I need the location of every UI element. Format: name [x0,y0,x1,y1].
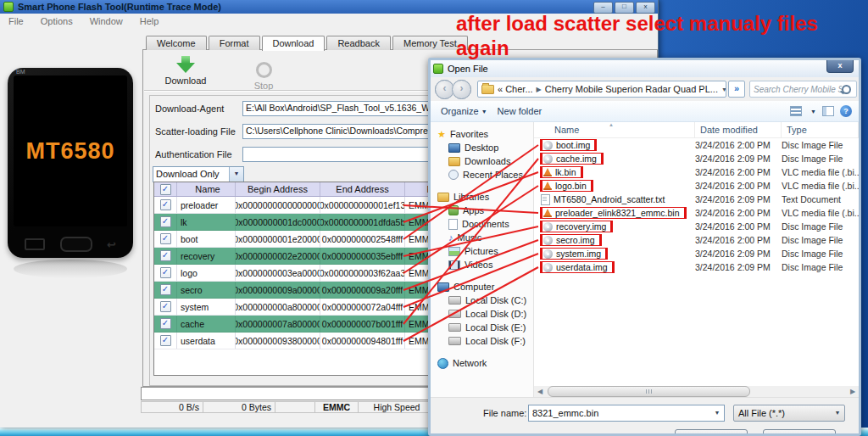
views-caret-icon[interactable]: ▼ [810,109,816,115]
file-row[interactable]: cache.img3/24/2016 2:09 PMDisc Image Fil… [534,152,859,165]
sidebar-item-local-disk-c-[interactable]: Local Disk (C:) [431,293,533,307]
mode-dropdown[interactable]: Download Only ▼ [153,166,244,182]
open-button[interactable] [675,429,748,436]
file-name-label: File name: [483,408,526,418]
dialog-close-button[interactable]: x [826,59,854,73]
sidebar-item-local-disk-f-[interactable]: Local Disk (F:) [431,334,533,348]
breadcrumb-separator-icon: ▶ [537,86,542,93]
doc-icon [448,219,458,230]
horizontal-scrollbar[interactable]: ◀ ▶ [534,386,859,397]
scroll-right-icon[interactable]: ▶ [847,386,859,397]
column-date-modified[interactable]: Date modified [695,122,782,137]
sidebar-item-recent-places[interactable]: Recent Places [431,168,533,182]
status-cell-1: 0 Bytes [203,401,275,413]
vlc-file-icon [543,182,552,190]
views-icon[interactable] [790,106,802,116]
forward-button[interactable]: › [452,80,471,99]
menu-options[interactable]: Options [32,15,81,27]
menu-file[interactable]: File [0,15,32,27]
menu-help[interactable]: Help [131,15,168,27]
recent-icon [448,170,459,180]
scrollbar-thumb[interactable] [548,386,750,397]
command-bar: Organize ▼ New folder ▼ ? [431,101,859,122]
row-checkbox[interactable]: ✓ [160,318,171,329]
sidebar-item-local-disk-d-[interactable]: Local Disk (D:) [431,307,533,321]
breadcrumb-folder[interactable]: Cherry Mobile Superion Radar Quad PL... [545,84,718,94]
disc-file-icon [543,154,553,164]
file-name-input[interactable]: 8321_emmc.bin ▼ [528,405,725,422]
header-end-address: End Address [320,182,405,196]
tab-welcome[interactable]: Welcome [146,36,207,50]
file-type-dropdown[interactable]: All File (*.*) ▼ [733,405,845,422]
sort-caret-icon: ▲ [609,122,614,127]
organize-caret-icon: ▼ [481,109,487,115]
row-checkbox[interactable]: ✓ [160,267,171,278]
dialog-title-bar: Open File x [431,60,859,77]
sidebar-item-documents[interactable]: Documents [431,217,533,231]
sidebar-item-music[interactable]: ♪Music [431,231,533,244]
column-type[interactable]: Type [782,122,859,137]
dropdown-arrow-icon[interactable]: ▼ [229,167,243,182]
sidebar-item-network[interactable]: Network [431,356,533,370]
menu-window[interactable]: Window [81,15,131,27]
breadcrumb-dropdown-icon[interactable]: ▼ [718,87,726,92]
sidebar-item-apps[interactable]: Apps [431,204,533,217]
stop-button[interactable]: Stop [238,55,289,91]
vlc-file-icon [543,209,552,217]
tab-readback[interactable]: Readback [326,36,391,50]
cancel-button[interactable] [763,429,836,436]
sidebar-item-local-disk-e-[interactable]: Local Disk (E:) [431,321,533,334]
row-checkbox[interactable]: ✓ [160,301,171,312]
breadcrumb[interactable]: « Cher... ▶ Cherry Mobile Superion Radar… [477,81,726,98]
file-row[interactable]: system.img3/24/2016 2:09 PMDisc Image Fi… [534,247,859,260]
disk-icon [448,296,461,305]
file-name-dropdown-icon[interactable]: ▼ [710,405,724,421]
file-row[interactable]: recovery.img3/24/2016 2:00 PMDisc Image … [534,220,859,233]
file-row[interactable]: boot.img3/24/2016 2:00 PMDisc Image File [534,138,859,152]
sidebar-item-videos[interactable]: Videos [431,258,533,271]
scroll-left-icon[interactable]: ◀ [534,386,546,397]
sidebar-item-computer[interactable]: Computer [431,280,533,293]
file-type-dropdown-icon[interactable]: ▼ [831,405,844,421]
folder-icon [437,193,449,202]
sidebar-item-pictures[interactable]: Pictures [431,244,533,258]
organize-menu[interactable]: Organize [441,106,479,116]
row-checkbox[interactable]: ✓ [160,233,171,244]
file-row[interactable]: preloader_elink8321_emmc.bin3/24/2016 2:… [534,206,859,220]
disk-icon [448,337,461,345]
download-agent-label: Download-Agent [155,103,224,114]
refresh-button[interactable]: » [728,81,745,98]
file-row[interactable]: secro.img3/24/2016 2:00 PMDisc Image Fil… [534,233,859,247]
search-placeholder: Search Cherry Mobile Superion... [750,85,842,94]
new-folder-button[interactable]: New folder [498,106,542,116]
file-row[interactable]: lk.bin3/24/2016 2:00 PMVLC media file (.… [534,165,859,179]
file-row[interactable]: logo.bin3/24/2016 2:00 PMVLC media file … [534,179,859,193]
status-cell-3: EMMC [315,401,359,413]
select-all-checkbox[interactable]: ✓ [160,184,171,195]
sidebar-item-downloads[interactable]: Downloads [431,154,533,168]
preview-pane-icon[interactable] [822,106,834,116]
download-button[interactable]: Download [160,55,211,86]
row-checkbox[interactable]: ✓ [160,284,171,295]
tab-download[interactable]: Download [262,36,326,51]
file-list-header: ▲ Name Date modified Type [534,122,859,138]
row-checkbox[interactable]: ✓ [160,216,171,227]
search-box[interactable]: Search Cherry Mobile Superion... [749,81,857,98]
column-name[interactable]: Name [534,122,695,137]
disk-icon [448,310,461,318]
row-checkbox[interactable]: ✓ [160,335,171,346]
help-icon[interactable]: ? [840,105,852,117]
sidebar-item-libraries[interactable]: Libraries [431,190,533,204]
file-row[interactable]: MT6580_Android_scatter.txt3/24/2016 2:09… [534,193,859,206]
row-checkbox[interactable]: ✓ [160,199,171,210]
auth-file-label: Authentication File [155,149,232,159]
screen: Smart Phone Flash Tool(Runtime Trace Mod… [0,0,868,436]
sidebar-item-favorites[interactable]: ★Favorites [431,127,533,141]
tab-format[interactable]: Format [209,36,260,50]
file-row[interactable]: userdata.img3/24/2016 2:09 PMDisc Image … [534,260,859,274]
scatter-file-label: Scatter-loading File [155,126,236,137]
row-checkbox[interactable]: ✓ [160,250,171,261]
disk-icon [448,323,461,332]
sidebar-item-desktop[interactable]: Desktop [431,141,533,154]
breadcrumb-prefix[interactable]: « Cher... [498,84,533,94]
